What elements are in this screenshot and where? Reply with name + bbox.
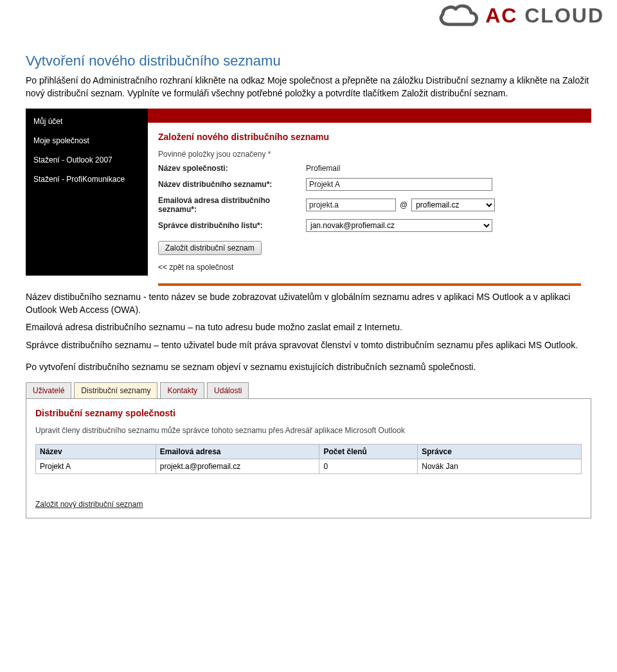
label-dl-email: Emailová adresa distribučního seznamu*: bbox=[158, 196, 306, 214]
cell-admin: Novák Jan bbox=[418, 459, 582, 474]
sidebar-item-my-company[interactable]: Moje společnost bbox=[26, 133, 148, 148]
form-panel-wrap: Založení nového distribučního seznamu Po… bbox=[148, 109, 591, 276]
admin-sidebar: Můj účet Moje společnost Stažení - Outlo… bbox=[26, 109, 148, 276]
create-dl-link[interactable]: Založit nový distribuční seznam bbox=[35, 500, 143, 509]
logo-ac: AC bbox=[485, 4, 517, 27]
sidebar-item-download-outlook[interactable]: Stažení - Outlook 2007 bbox=[26, 152, 148, 168]
tabs-row: Uživatelé Distribuční seznamy Kontakty U… bbox=[26, 382, 591, 398]
required-hint: Povinné položky jsou označeny * bbox=[158, 150, 581, 159]
logo: AC CLOUD bbox=[435, 0, 604, 31]
row-dl-admin: Správce distribučního listu*: jan.novak@… bbox=[158, 219, 581, 232]
cell-count: 0 bbox=[319, 459, 418, 474]
intro-paragraph: Po přihlášení do Administračního rozhran… bbox=[26, 75, 591, 100]
table-row[interactable]: Projekt A projekt.a@profiemail.cz 0 Nová… bbox=[36, 459, 582, 474]
dl-list-panel: Distribuční seznamy společnosti Upravit … bbox=[26, 398, 591, 518]
section-title: Vytvoření nového distribučního seznamu bbox=[26, 53, 591, 69]
cloud-icon bbox=[435, 0, 480, 31]
input-dl-name[interactable] bbox=[306, 178, 492, 191]
dl-table: Název Emailová adresa Počet členů Správc… bbox=[35, 444, 582, 474]
logo-text: AC CLOUD bbox=[485, 4, 604, 28]
th-email: Emailová adresa bbox=[156, 445, 319, 459]
back-link[interactable]: << zpět na společnost bbox=[158, 263, 233, 272]
cell-name: Projekt A bbox=[36, 459, 156, 474]
row-company: Název společnosti: Profiemail bbox=[158, 164, 581, 173]
select-dl-admin[interactable]: jan.novak@profiemail.cz bbox=[306, 219, 492, 232]
tab-events[interactable]: Události bbox=[207, 382, 249, 398]
form-panel: Založení nového distribučního seznamu Po… bbox=[148, 123, 591, 291]
explain-email: Emailová adresa distribučního seznamu – … bbox=[26, 321, 591, 334]
row-dl-name: Název distribučního seznamu*: bbox=[158, 178, 581, 191]
input-email-local[interactable] bbox=[306, 199, 396, 211]
submit-button[interactable]: Založit distribuční seznam bbox=[158, 241, 262, 255]
th-count: Počet členů bbox=[319, 445, 418, 459]
form-title: Založení nového distribučního seznamu bbox=[158, 132, 581, 142]
th-admin: Správce bbox=[418, 445, 582, 459]
logo-cloud: CLOUD bbox=[524, 4, 604, 27]
dl-list-title: Distribuční seznamy společnosti bbox=[35, 408, 582, 418]
label-dl-admin: Správce distribučního listu*: bbox=[158, 221, 306, 230]
page-root: AC CLOUD Vytvoření nového distribučního … bbox=[0, 0, 617, 544]
sidebar-item-download-profikom[interactable]: Stažení - ProfiKomunikace bbox=[26, 172, 148, 187]
tab-contacts[interactable]: Kontakty bbox=[160, 382, 204, 398]
explanation-block: Název distibučního seznamu - tento název… bbox=[26, 291, 591, 373]
th-name: Název bbox=[36, 445, 156, 459]
value-company: Profiemail bbox=[306, 164, 340, 173]
explain-admin: Správce distribučního seznamu – tento už… bbox=[26, 339, 591, 352]
row-dl-email: Emailová adresa distribučního seznamu*: … bbox=[158, 196, 581, 214]
explain-name: Název distibučního seznamu - tento název… bbox=[26, 291, 591, 316]
tab-users[interactable]: Uživatelé bbox=[26, 382, 71, 398]
tab-distribution-lists[interactable]: Distribuční seznamy bbox=[74, 382, 157, 398]
cell-email: projekt.a@profiemail.cz bbox=[156, 459, 319, 474]
at-sign: @ bbox=[400, 200, 407, 209]
orange-divider bbox=[158, 283, 581, 286]
screenshot-create-form: Můj účet Moje společnost Stažení - Outlo… bbox=[26, 109, 591, 276]
sidebar-item-my-account[interactable]: Můj účet bbox=[26, 114, 148, 129]
label-dl-name: Název distribučního seznamu*: bbox=[158, 180, 306, 189]
header-bar bbox=[148, 109, 591, 123]
dl-list-hint: Upravit členy distribučního seznamu může… bbox=[35, 426, 582, 435]
label-company: Název společnosti: bbox=[158, 164, 306, 173]
select-email-domain[interactable]: profiemail.cz bbox=[411, 199, 495, 211]
dl-table-header-row: Název Emailová adresa Počet členů Správc… bbox=[36, 445, 582, 459]
explain-result: Po vytvoření distribučního seznamu se se… bbox=[26, 361, 591, 374]
